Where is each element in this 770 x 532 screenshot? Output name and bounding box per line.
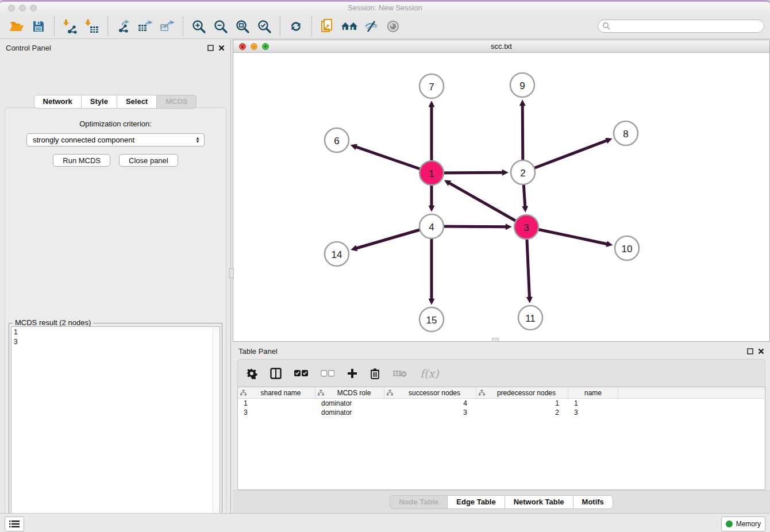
edge-3-1[interactable] bbox=[449, 183, 526, 227]
table-row[interactable]: 3dominator323 bbox=[238, 408, 765, 417]
delete-table-icon bbox=[392, 369, 407, 378]
table-tabs-strip: Node TableEdge TableNetwork TableMotifs bbox=[233, 490, 770, 513]
network-graph[interactable]: 1234678910111415 bbox=[233, 53, 769, 341]
node-table[interactable]: shared nameMCDS rolesuccessor nodesprede… bbox=[237, 387, 765, 490]
cell-predecessor-nodes[interactable]: 2 bbox=[476, 408, 568, 417]
cell-shared-name[interactable]: 3 bbox=[238, 408, 315, 417]
table-panel: Table Panel f(x) shared nameMCDS rolesuc… bbox=[233, 344, 770, 513]
node-label-8: 8 bbox=[623, 129, 628, 140]
memory-status-icon bbox=[726, 521, 733, 527]
zoom-in-icon[interactable] bbox=[188, 17, 210, 36]
run-mcds-button[interactable]: Run MCDS bbox=[53, 154, 110, 167]
close-table-panel-icon[interactable] bbox=[758, 348, 764, 354]
mcds-result-group: MCDS result (2 nodes) 1 3 bbox=[9, 323, 222, 532]
network-close-icon[interactable]: x bbox=[239, 43, 246, 50]
tab-select[interactable]: Select bbox=[117, 95, 157, 109]
node-label-3: 3 bbox=[523, 222, 529, 233]
network-splitter-grip[interactable] bbox=[492, 338, 499, 342]
table-tab-node-table[interactable]: Node Table bbox=[390, 495, 448, 509]
home-icon[interactable] bbox=[338, 17, 360, 36]
control-panel-tabs: NetworkStyleSelectMCDS bbox=[0, 95, 230, 109]
export-table-icon[interactable] bbox=[134, 17, 156, 36]
zoom-selected-icon[interactable] bbox=[253, 17, 275, 36]
cell-MCDS-role[interactable]: dominator bbox=[315, 399, 384, 408]
gear-icon[interactable] bbox=[246, 368, 257, 379]
add-column-icon[interactable] bbox=[347, 368, 357, 379]
table-panel-header: Table Panel bbox=[233, 344, 770, 358]
panel-splitter-grip[interactable] bbox=[229, 268, 234, 278]
column-header-successor-nodes[interactable]: successor nodes bbox=[384, 387, 476, 398]
table-tab-network-table[interactable]: Network Table bbox=[505, 495, 573, 509]
main-toolbar bbox=[0, 14, 770, 39]
control-panel: Control Panel NetworkStyleSelectMCDS Opt… bbox=[0, 40, 231, 513]
tab-style[interactable]: Style bbox=[82, 95, 117, 109]
table-tab-motifs[interactable]: Motifs bbox=[573, 495, 613, 509]
search-icon bbox=[602, 22, 610, 30]
apply-layout-icon[interactable] bbox=[285, 17, 307, 36]
search-container bbox=[598, 20, 764, 33]
close-panel-button[interactable]: Close panel bbox=[119, 154, 178, 167]
search-input[interactable] bbox=[598, 20, 764, 33]
zoom-out-icon[interactable] bbox=[210, 17, 232, 36]
network-window-titlebar: x – + scc.txt bbox=[233, 40, 769, 53]
control-panel-title: Control Panel bbox=[6, 44, 51, 52]
node-label-14: 14 bbox=[332, 249, 342, 260]
network-maximize-icon[interactable]: + bbox=[262, 43, 269, 50]
task-history-button[interactable] bbox=[5, 516, 24, 531]
clone-network-icon[interactable] bbox=[317, 17, 338, 36]
application-window: Session: New Session bbox=[0, 0, 770, 532]
status-bar: Memory bbox=[0, 513, 770, 532]
float-table-panel-icon[interactable] bbox=[747, 348, 753, 354]
edge-2-8[interactable] bbox=[523, 140, 607, 172]
split-columns-icon[interactable] bbox=[270, 368, 282, 379]
delete-column-icon[interactable] bbox=[370, 368, 380, 379]
network-window-title: scc.txt bbox=[233, 42, 769, 51]
cell-MCDS-role[interactable]: dominator bbox=[315, 408, 384, 417]
float-panel-icon[interactable] bbox=[207, 45, 214, 51]
open-session-icon[interactable] bbox=[6, 17, 28, 36]
show-graphics-icon[interactable] bbox=[382, 17, 404, 36]
save-session-icon[interactable] bbox=[28, 17, 49, 36]
table-row[interactable]: 1dominator411 bbox=[238, 399, 765, 408]
node-label-11: 11 bbox=[525, 313, 536, 324]
column-header-name[interactable]: name bbox=[568, 387, 618, 398]
select-stepper-icon: ▲▼ bbox=[193, 135, 202, 145]
cell-name[interactable]: 1 bbox=[568, 399, 618, 408]
cell-name[interactable]: 3 bbox=[568, 408, 618, 417]
cell-successor-nodes[interactable]: 3 bbox=[384, 408, 476, 417]
zoom-fit-icon[interactable] bbox=[232, 17, 253, 36]
hide-graphics-icon[interactable] bbox=[360, 17, 382, 36]
node-label-4: 4 bbox=[429, 222, 434, 233]
cell-predecessor-nodes[interactable]: 1 bbox=[476, 399, 568, 408]
column-header-MCDS-role[interactable]: MCDS role bbox=[315, 387, 384, 398]
cell-successor-nodes[interactable]: 4 bbox=[384, 399, 476, 408]
mcds-result-title: MCDS result (2 nodes) bbox=[13, 318, 93, 327]
cell-shared-name[interactable]: 1 bbox=[238, 399, 315, 408]
deselect-all-icon[interactable] bbox=[321, 370, 334, 377]
mcds-result-text[interactable]: 1 3 bbox=[11, 326, 213, 532]
import-network-icon[interactable] bbox=[59, 17, 81, 36]
column-header-shared-name[interactable]: shared name bbox=[238, 387, 315, 398]
import-table-icon[interactable] bbox=[81, 17, 103, 36]
tab-network[interactable]: Network bbox=[34, 95, 82, 109]
memory-label: Memory bbox=[736, 520, 761, 528]
memory-button[interactable]: Memory bbox=[721, 516, 765, 531]
network-minimize-icon[interactable]: – bbox=[251, 43, 257, 50]
node-label-9: 9 bbox=[519, 80, 525, 91]
export-network-icon[interactable] bbox=[113, 17, 134, 36]
criterion-select[interactable]: strongly connected component ▲▼ bbox=[26, 133, 205, 147]
table-tab-edge-table[interactable]: Edge Table bbox=[448, 495, 505, 509]
toolbar-separator bbox=[183, 17, 183, 36]
export-image-icon[interactable] bbox=[156, 17, 178, 36]
close-panel-icon[interactable] bbox=[218, 45, 225, 51]
column-header-predecessor-nodes[interactable]: predecessor nodes bbox=[476, 387, 568, 398]
result-scrollbar[interactable] bbox=[213, 326, 220, 532]
window-titlebar: Session: New Session bbox=[0, 2, 770, 14]
window-title: Session: New Session bbox=[0, 3, 770, 12]
tab-mcds[interactable]: MCDS bbox=[157, 95, 197, 109]
network-view-window: x – + scc.txt 1234678910111415 bbox=[233, 40, 770, 342]
select-all-icon[interactable] bbox=[294, 370, 308, 377]
network-canvas[interactable]: 1234678910111415 bbox=[233, 53, 769, 341]
table-toolbar: f(x) bbox=[237, 359, 765, 387]
node-label-2: 2 bbox=[520, 168, 525, 179]
